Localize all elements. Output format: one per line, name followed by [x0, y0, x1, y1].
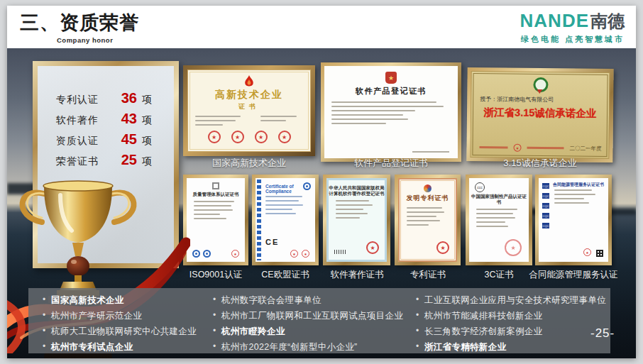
stat-label: 专利认证: [56, 94, 113, 106]
certificate-paper: Certificate of Compliance CE: [255, 178, 315, 262]
page-subtitle: Company honor: [57, 36, 113, 44]
stat-row: 专利认证 36 项: [56, 90, 174, 111]
honor-item: •杭州市节能减排科技创新企业: [416, 310, 606, 326]
seal-icon: [513, 144, 521, 152]
honor-item: •工业互联网企业应用与安全技术研究理事单位: [416, 294, 606, 310]
stat-label: 软件著作: [56, 114, 113, 127]
honors-band: •国家高新技术企业 •杭州市产学研示范企业 •杭师大工业物联网研究中心共建企业 …: [28, 288, 610, 353]
red-stamp-text: [527, 147, 564, 150]
seal-icon: [278, 131, 291, 143]
cnas-logo-icon: [203, 250, 211, 258]
cqc-logo-icon: [542, 223, 549, 228]
certificate-subtitle: 证书: [188, 102, 310, 111]
text-lines: [469, 209, 529, 227]
cqc-logo-icon: [542, 203, 549, 209]
stat-label: 资质认证: [56, 135, 113, 148]
flame-icon: [243, 75, 255, 88]
certificate-title: 发明专利证书: [400, 194, 456, 203]
year-label: 二〇二一年度: [569, 145, 601, 152]
cqc-logo-icon: [542, 213, 549, 219]
national-emblem-icon: [385, 72, 397, 84]
certificate-paper: 质量管理体系认证证书: [187, 178, 245, 262]
certificate-title: 浙江省3.15诚信承诺企业: [471, 106, 609, 121]
seal-icon: [208, 131, 221, 143]
seal-icon: [231, 250, 239, 258]
honors-column-1: •国家高新技术企业 •杭州市产学研示范企业 •杭师大工业物联网研究中心共建企业 …: [43, 294, 197, 357]
seal-icon: [231, 131, 244, 143]
sipo-logo-icon: [424, 184, 432, 192]
stat-value: 43: [113, 111, 137, 127]
seal-icon: [583, 248, 591, 256]
seal-icon: [366, 241, 379, 254]
company-logo: NANDE 南德 绿色电能 点亮智慧城市: [520, 10, 625, 45]
certificate-patent: 发明专利证书: [395, 175, 461, 265]
red-stamp-text: [480, 146, 508, 148]
logo-wordmark-en: NANDE: [520, 10, 589, 32]
certificate-software-product: 软件产品登记证书: [321, 62, 461, 162]
honors-column-3: •工业互联网企业应用与安全技术研究理事单位 •杭州市节能减排科技创新企业 •长三…: [416, 294, 606, 357]
certificate-3c: 中国国家强制性产品认证证书: [466, 175, 532, 265]
seal-icon: [436, 241, 449, 254]
seal-row: 二〇二一年度: [471, 143, 601, 153]
honors-column-2: •杭州数字联合会理事单位 •杭州市工厂物联网和工业互联网试点项目企业 •杭州市瞪…: [213, 294, 403, 357]
certificate-iso9001: 质量管理体系认证证书: [183, 175, 248, 265]
certificate-software-copyright: 中华人民共和国国家版权局 计算机软件著作权登记证书: [323, 175, 390, 265]
iaf-logo-icon: [192, 250, 200, 258]
honor-item: •国家高新技术企业: [43, 294, 197, 310]
stat-value: 36: [113, 90, 137, 106]
tuv-logo-icon: [303, 182, 311, 190]
seal-icon: [255, 131, 268, 143]
stat-value: 45: [113, 131, 137, 148]
page-title: 三、资质荣誉: [20, 10, 139, 35]
certificate-paper: 中华人民共和国国家版权局 计算机软件著作权登记证书: [326, 178, 387, 262]
certificate-title: 中华人民共和国国家版权局: [329, 185, 385, 191]
certificate-title: 计算机软件著作权登记证书: [329, 191, 385, 197]
cert-caption: 软件产品登记证书: [321, 157, 461, 170]
text-lines: [400, 207, 456, 226]
certificate-paper: 高新技术企业 证书: [187, 70, 311, 152]
honor-item: •浙江省专精特新企业: [416, 341, 606, 357]
certificate-paper: 软件产品登记证书: [324, 66, 458, 158]
honor-item: •杭州数字联合会理事单位: [213, 294, 403, 310]
logo-tagline: 绿色电能 点亮智慧城市: [520, 34, 625, 45]
date-line: [412, 151, 449, 153]
stat-row: 软件著作 43 项: [56, 111, 174, 131]
certificate-title: 高新技术企业: [188, 89, 310, 101]
certifier-logo-icon: [212, 182, 219, 189]
seal-icon: [290, 250, 298, 258]
slide: 三、资质荣誉 Company honor NANDE 南德 绿色电能 点亮智慧城…: [7, 6, 636, 358]
cqc-logo-band: [541, 180, 551, 260]
stat-unit: 项: [142, 114, 152, 127]
text-lines: [324, 101, 458, 124]
text-lines: [187, 201, 245, 219]
slide-header: 三、资质荣誉 Company honor NANDE 南德 绿色电能 点亮智慧城…: [7, 6, 636, 48]
cqc-logo-icon: [542, 183, 549, 189]
certificate-title: 软件产品登记证书: [324, 86, 458, 96]
page-number: -25-: [590, 326, 615, 341]
stat-row: 荣誉证书 25 项: [56, 152, 174, 172]
honor-item: •杭州市瞪羚企业: [213, 326, 403, 341]
qr-code-icon: [596, 250, 603, 257]
barcode-icon: [334, 250, 346, 254]
ce-mark-icon: CE: [265, 238, 279, 246]
honor-item: •杭师大工业物联网研究中心共建企业: [43, 326, 197, 341]
stat-row: 资质认证 45 项: [56, 131, 174, 152]
certificate-paper: 中国国家强制性产品认证证书: [469, 178, 529, 262]
text-lines: [255, 196, 315, 214]
certificate-energy-management: 合同能源管理服务认证证书: [535, 175, 612, 265]
stat-unit: 项: [142, 94, 152, 106]
stat-unit: 项: [142, 135, 152, 148]
stat-unit: 项: [142, 155, 152, 168]
cert-caption: 合同能源管理服务认证: [520, 269, 627, 281]
honor-item: •长三角数字经济创新案例企业: [416, 326, 606, 341]
stat-label: 荣誉证书: [56, 155, 113, 168]
certificate-ce: Certificate of Compliance CE: [252, 175, 319, 265]
honor-item: •杭州市产学研示范企业: [43, 310, 197, 326]
certificate-paper: 发明专利证书: [398, 178, 457, 262]
stat-value: 25: [113, 152, 137, 168]
cqc-logo-icon: [542, 193, 549, 199]
red-seals: [188, 131, 310, 143]
vertical-text-strip: [257, 180, 261, 260]
logo-wordmark-cn: 南德: [590, 10, 625, 33]
certificate-high-tech-enterprise: 高新技术企业 证书: [183, 65, 315, 156]
